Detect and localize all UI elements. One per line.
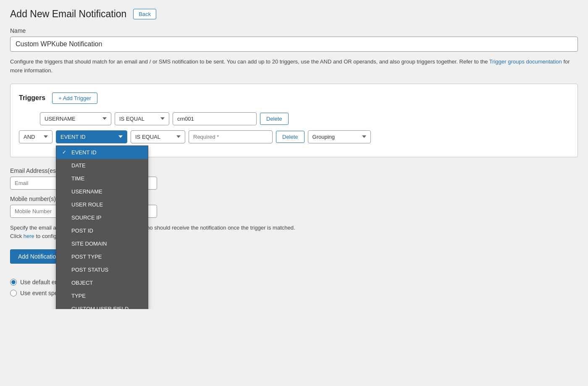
dropdown-item-site-domain-label: SITE DOMAIN	[71, 241, 107, 247]
help-text-1: Specify the email address or a phone num…	[10, 225, 295, 231]
radio-specific-template[interactable]	[10, 290, 17, 296]
name-label: Name	[10, 27, 578, 34]
dropdown-item-source-ip-label: SOURCE IP	[71, 214, 102, 221]
trigger-row-2: AND OR EVENT ID ✓ EVENT ID DATE TIME	[19, 130, 569, 143]
sms-config-link[interactable]: here	[24, 233, 34, 239]
dropdown-item-type-label: TYPE	[71, 293, 86, 299]
trigger-2-delete-button[interactable]: Delete	[276, 131, 304, 143]
trigger-2-grouping-select[interactable]: Grouping Group 1 Group 2	[308, 130, 371, 143]
trigger-1-value-input[interactable]	[173, 112, 257, 125]
trigger-2-value-input[interactable]	[189, 130, 273, 143]
dropdown-item-date[interactable]: DATE	[56, 159, 148, 172]
add-trigger-button[interactable]: + Add Trigger	[52, 93, 97, 104]
trigger-2-operator-select[interactable]: IS EQUAL	[131, 130, 185, 143]
dropdown-item-post-status-label: POST STATUS	[71, 267, 108, 273]
trigger-2-conjunction-select[interactable]: AND OR	[19, 130, 52, 143]
page-title: Add New Email Notification	[10, 8, 126, 20]
dropdown-item-post-id-label: POST ID	[71, 227, 93, 234]
trigger-1-delete-button[interactable]: Delete	[260, 113, 289, 125]
description-before-link: Configure the triggers that should match…	[10, 58, 489, 65]
back-button[interactable]: Back	[133, 9, 156, 19]
dropdown-item-username-label: USERNAME	[71, 188, 102, 195]
trigger-docs-link[interactable]: Trigger groups documentation	[489, 58, 562, 65]
dropdown-item-source-ip[interactable]: SOURCE IP	[56, 211, 148, 224]
trigger-row-1: USERNAME IS EQUAL Delete	[19, 112, 569, 125]
dropdown-item-post-type[interactable]: POST TYPE	[56, 250, 148, 263]
dropdown-item-time[interactable]: TIME	[56, 172, 148, 185]
trigger-2-field-selected[interactable]: EVENT ID	[56, 130, 127, 143]
dropdown-item-user-role-label: USER ROLE	[71, 201, 103, 208]
dropdown-item-time-label: TIME	[71, 175, 84, 182]
dropdown-item-event-id[interactable]: ✓ EVENT ID	[56, 146, 148, 159]
dropdown-item-custom-user-field-label: CUSTOM USER FIELD	[71, 306, 129, 309]
dropdown-item-type[interactable]: TYPE	[56, 289, 148, 302]
triggers-header: Triggers + Add Trigger	[19, 93, 569, 104]
dropdown-item-site-domain[interactable]: SITE DOMAIN	[56, 237, 148, 250]
checkmark-icon: ✓	[62, 149, 68, 155]
help-text-before-link: Click	[10, 233, 24, 239]
dropdown-item-post-status[interactable]: POST STATUS	[56, 263, 148, 276]
description-text: Configure the triggers that should match…	[10, 58, 578, 75]
dropdown-item-object-label: OBJECT	[71, 280, 93, 286]
page-header: Add New Email Notification Back	[10, 8, 578, 20]
dropdown-item-date-label: DATE	[71, 162, 86, 169]
trigger-1-field-select[interactable]: USERNAME	[40, 112, 111, 125]
dropdown-item-event-id-label: EVENT ID	[71, 149, 97, 156]
name-input[interactable]	[10, 37, 578, 52]
trigger-1-operator-select[interactable]: IS EQUAL	[115, 112, 169, 125]
trigger-2-field-dropdown-wrapper: EVENT ID ✓ EVENT ID DATE TIME USERNAME	[56, 130, 127, 143]
dropdown-item-username[interactable]: USERNAME	[56, 185, 148, 198]
dropdown-item-object[interactable]: OBJECT	[56, 276, 148, 289]
radio-default-template[interactable]	[10, 279, 17, 286]
triggers-title: Triggers	[19, 94, 45, 102]
triggers-panel: Triggers + Add Trigger USERNAME IS EQUAL…	[10, 84, 578, 157]
dropdown-item-custom-user-field[interactable]: CUSTOM USER FIELD	[56, 302, 148, 309]
dropdown-item-post-id[interactable]: POST ID	[56, 224, 148, 237]
dropdown-item-user-role[interactable]: USER ROLE	[56, 198, 148, 211]
trigger-2-field-menu: ✓ EVENT ID DATE TIME USERNAME USER	[56, 145, 148, 309]
dropdown-item-post-type-label: POST TYPE	[71, 254, 102, 260]
